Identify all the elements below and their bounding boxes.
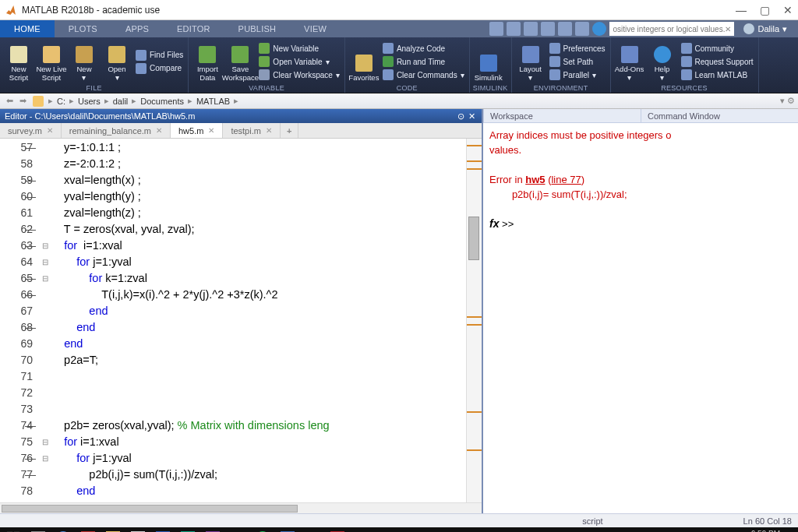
close-tab-icon[interactable]: ✕ [208,126,214,135]
tab-apps[interactable]: APPS [111,20,163,37]
avatar-icon [743,23,754,34]
file-tab[interactable]: testpi.m✕ [223,123,281,138]
new-livescript-button[interactable]: New Live Script [36,41,67,83]
cut-icon[interactable] [507,22,521,36]
help-button[interactable]: Help▾ [647,41,678,83]
file-tab[interactable]: survey.m✕ [0,123,62,138]
clear-search-icon[interactable]: ✕ [725,25,731,33]
address-bar: ⬅ ➡ ▸ C:▸ Users▸ dalil▸ Documents▸ MATLA… [0,93,798,109]
fold-gutter[interactable]: ⊟⊟⊟⊟⊟ [39,139,51,502]
open-variable-button[interactable]: Open Variable ▾ [257,55,341,68]
file-tab[interactable]: hw5.m✕ [171,123,223,138]
line-gutter: 57—5859—60—6162—63—6465—66—6768—69707172… [0,139,39,502]
breadcrumb[interactable]: MATLAB [194,97,232,106]
maximize-button[interactable]: ▢ [759,5,770,16]
compare-button[interactable]: Compare [134,62,185,75]
preferences-button[interactable]: Preferences [548,42,607,55]
tab-editor[interactable]: EDITOR [163,20,224,37]
close-tab-icon[interactable]: ✕ [266,126,272,135]
learn-matlab-button[interactable]: Learn MATLAB [680,69,755,81]
request-support-button[interactable]: Request Support [680,55,755,68]
window-title: MATLAB R2018b - academic use [22,5,736,16]
toolstrip: New Script New Live Script New▾ Open▾ Fi… [0,37,798,93]
analyze-code-button[interactable]: Analyze Code [381,42,466,55]
back-button[interactable]: ⬅ [3,96,16,106]
community-button[interactable]: Community [680,42,755,55]
set-path-button[interactable]: Set Path [548,55,607,68]
status-mode: script [582,516,602,526]
resources-group-label: RESOURCES [614,84,755,93]
editor-actions-icon[interactable]: ⊙ [455,111,466,122]
simulink-button[interactable]: Simulink [473,41,504,83]
file-tabs: survey.m✕remaining_balance.m✕hw5.m✕testp… [0,123,482,139]
editor-header: Editor - C:\Users\dalil\Documents\MATLAB… [0,109,482,123]
forward-button[interactable]: ➡ [16,96,30,106]
copy-icon[interactable] [524,22,538,36]
titlebar: MATLAB R2018b - academic use — ▢ ✕ [0,0,798,20]
hscrollbar[interactable] [0,502,482,513]
breadcrumb[interactable]: Documents [138,97,186,106]
addons-button[interactable]: Add-Ons▾ [614,41,645,83]
folder-icon[interactable] [33,96,44,107]
file-group-label: FILE [3,84,185,93]
address-options-icon[interactable]: ▾ ⚙ [780,96,795,106]
breadcrumb[interactable]: Users [76,97,103,106]
workspace-panel-label[interactable]: Workspace [483,109,641,123]
file-tab[interactable]: remaining_balance.m✕ [62,123,171,138]
code-area[interactable]: 57—5859—60—6162—63—6465—66—6768—69707172… [0,139,482,502]
taskbar: ˄ ☁ ▬ 📶 6:59 PM2/15/2019 ▢ [0,527,798,532]
doc-search-input[interactable]: ositive integers or logical values.✕ [609,22,734,36]
close-tab-icon[interactable]: ✕ [156,126,162,135]
help-icon[interactable] [592,22,606,36]
clear-commands-button[interactable]: Clear Commands ▾ [381,69,466,81]
status-position: Ln 60 Col 18 [743,516,792,526]
paste-icon[interactable] [541,22,555,36]
tab-home[interactable]: HOME [0,20,55,37]
editor-close-icon[interactable]: ✕ [466,111,477,122]
open-button[interactable]: Open▾ [101,41,132,83]
matlab-logo-icon [5,4,17,16]
parallel-button[interactable]: Parallel ▾ [548,69,607,81]
vscrollbar[interactable] [466,139,482,502]
minimize-button[interactable]: — [736,5,747,16]
command-window[interactable]: Array indices must be positive integers … [483,123,798,513]
import-data-button[interactable]: Import Data [192,41,223,83]
clear-workspace-button[interactable]: Clear Workspace ▾ [257,69,341,81]
tab-view[interactable]: VIEW [290,20,341,37]
add-tab-button[interactable]: + [281,123,298,138]
favorites-button[interactable]: Favorites [348,41,380,83]
find-files-button[interactable]: Find Files [134,49,185,62]
right-pane: Workspace Command Window Array indices m… [483,109,798,513]
code-text[interactable]: y=-1:0.1:1 ; z=-2:0.1:2 ; xval=length(x)… [51,139,466,502]
environment-group-label: ENVIRONMENT [515,84,607,93]
simulink-group-label: SIMULINK [473,84,508,93]
variable-group-label: VARIABLE [192,84,341,93]
save-workspace-button[interactable]: Save Workspace [224,41,256,83]
new-variable-button[interactable]: New Variable [257,42,341,55]
save-icon[interactable] [489,22,503,36]
run-and-time-button[interactable]: Run and Time [381,55,466,68]
tab-publish[interactable]: PUBLISH [224,20,290,37]
new-script-button[interactable]: New Script [3,41,34,83]
redo-icon[interactable] [575,22,589,36]
close-button[interactable]: ✕ [782,5,793,16]
layout-button[interactable]: Layout▾ [515,41,546,83]
breadcrumb[interactable]: C: [55,97,68,106]
tab-plots[interactable]: PLOTS [55,20,111,37]
new-button[interactable]: New▾ [69,41,100,83]
user-menu[interactable]: Dalila ▾ [737,23,793,34]
ribbon-tabs: HOME PLOTS APPS EDITOR PUBLISH VIEW osit… [0,20,798,37]
breadcrumb[interactable]: dalil [111,97,131,106]
command-window-label[interactable]: Command Window [641,109,798,123]
status-bar: script Ln 60 Col 18 [0,513,798,527]
code-group-label: CODE [348,84,466,93]
close-tab-icon[interactable]: ✕ [47,126,53,135]
undo-icon[interactable] [558,22,572,36]
editor-pane: Editor - C:\Users\dalil\Documents\MATLAB… [0,109,483,513]
